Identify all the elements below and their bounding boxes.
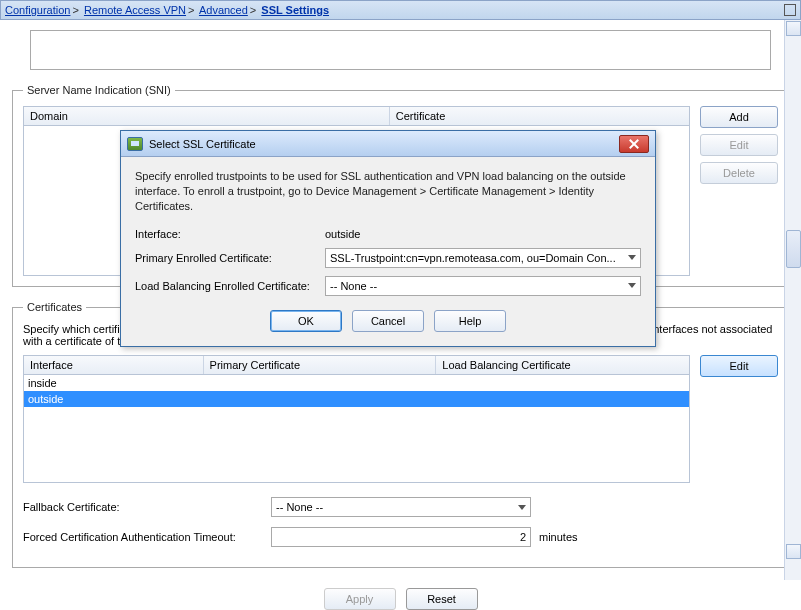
breadcrumb: Configuration> Remote Access VPN> Advanc… <box>5 4 329 16</box>
dialog-interface-label: Interface: <box>135 228 325 240</box>
cert-col-lb[interactable]: Load Balancing Certificate <box>436 356 689 374</box>
dialog-lb-select[interactable]: -- None -- <box>325 276 641 296</box>
vertical-scrollbar[interactable] <box>784 20 801 580</box>
timeout-input[interactable]: 2 <box>271 527 531 547</box>
crumb-advanced[interactable]: Advanced <box>199 4 248 16</box>
top-textarea[interactable] <box>30 30 771 70</box>
dialog-titlebar[interactable]: Select SSL Certificate <box>121 131 655 157</box>
certificates-edit-button[interactable]: Edit <box>700 355 778 377</box>
primary-cell <box>204 398 437 400</box>
crumb-ssl-settings[interactable]: SSL Settings <box>261 4 329 16</box>
dialog-primary-value: SSL-Trustpoint:cn=vpn.remoteasa.com, ou=… <box>330 252 616 264</box>
dialog-cancel-button[interactable]: Cancel <box>352 310 424 332</box>
sni-col-certificate[interactable]: Certificate <box>390 107 689 125</box>
close-icon <box>629 139 639 149</box>
crumb-configuration[interactable]: Configuration <box>5 4 70 16</box>
timeout-unit: minutes <box>539 531 578 543</box>
fallback-value: -- None -- <box>276 501 323 513</box>
fallback-label: Fallback Certificate: <box>23 501 263 513</box>
scroll-up-button[interactable] <box>786 21 801 36</box>
timeout-value: 2 <box>520 531 526 543</box>
dialog-ok-button[interactable]: OK <box>270 310 342 332</box>
primary-cell <box>204 382 437 384</box>
scroll-down-button[interactable] <box>786 544 801 559</box>
sni-col-domain[interactable]: Domain <box>24 107 390 125</box>
crumb-remote-access-vpn[interactable]: Remote Access VPN <box>84 4 186 16</box>
breadcrumb-bar: Configuration> Remote Access VPN> Advanc… <box>0 0 801 20</box>
sni-legend: Server Name Indication (SNI) <box>23 84 175 96</box>
sni-add-button[interactable]: Add <box>700 106 778 128</box>
sni-edit-button[interactable]: Edit <box>700 134 778 156</box>
timeout-label: Forced Certification Authentication Time… <box>23 531 263 543</box>
dialog-description: Specify enrolled trustpoints to be used … <box>135 169 641 214</box>
certificates-table-body[interactable]: inside outside <box>23 375 690 483</box>
certificates-legend: Certificates <box>23 301 86 313</box>
apply-button[interactable]: Apply <box>324 588 396 610</box>
dialog-title: Select SSL Certificate <box>149 138 256 150</box>
reset-button[interactable]: Reset <box>406 588 478 610</box>
dialog-icon <box>127 137 143 151</box>
select-ssl-certificate-dialog: Select SSL Certificate Specify enrolled … <box>120 130 656 347</box>
sni-delete-button[interactable]: Delete <box>700 162 778 184</box>
chevron-down-icon <box>628 255 636 260</box>
lb-cell <box>436 382 689 384</box>
scroll-thumb[interactable] <box>786 230 801 268</box>
chevron-down-icon <box>628 283 636 288</box>
iface-cell: inside <box>24 376 204 390</box>
dialog-lb-value: -- None -- <box>330 280 377 292</box>
cert-col-primary[interactable]: Primary Certificate <box>204 356 437 374</box>
lb-cell <box>436 398 689 400</box>
footer-buttons: Apply Reset <box>0 580 801 610</box>
dialog-primary-select[interactable]: SSL-Trustpoint:cn=vpn.remoteasa.com, ou=… <box>325 248 641 268</box>
iface-cell: outside <box>24 392 204 406</box>
close-button[interactable] <box>619 135 649 153</box>
maximize-icon[interactable] <box>784 4 796 16</box>
cert-col-interface[interactable]: Interface <box>24 356 204 374</box>
chevron-down-icon <box>518 505 526 510</box>
certificates-table: Interface Primary Certificate Load Balan… <box>23 355 690 483</box>
table-row[interactable]: inside <box>24 375 689 391</box>
fallback-select[interactable]: -- None -- <box>271 497 531 517</box>
dialog-lb-label: Load Balancing Enrolled Certificate: <box>135 280 325 292</box>
dialog-help-button[interactable]: Help <box>434 310 506 332</box>
dialog-interface-value: outside <box>325 228 360 240</box>
table-row[interactable]: outside <box>24 391 689 407</box>
dialog-primary-label: Primary Enrolled Certificate: <box>135 252 325 264</box>
